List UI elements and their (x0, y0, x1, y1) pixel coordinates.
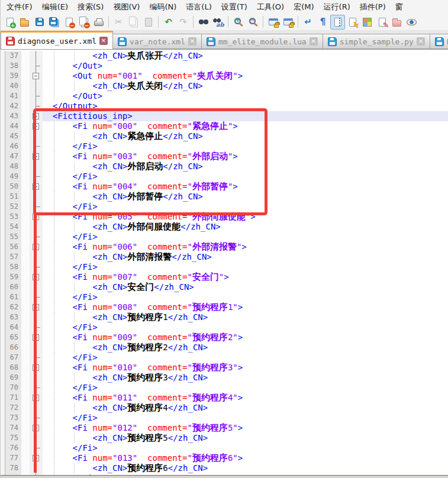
code-text[interactable]: <Fi num="011" comment="预约程序4"> (43, 393, 448, 403)
code-text[interactable]: <zh_CN>预约程序1</zh_CN> (43, 312, 448, 322)
code-text[interactable]: </Fi> (43, 292, 448, 302)
fold-collapse-icon[interactable] (33, 425, 39, 431)
tab-var-note-xml[interactable]: var_note.xml✕ (113, 34, 202, 49)
code-text[interactable]: <Fi num="010" comment="预约程序3"> (43, 363, 448, 373)
code-text[interactable]: </Output> (43, 101, 448, 111)
fold-collapse-icon[interactable] (33, 123, 39, 130)
menu-item-edit[interactable]: 编辑(E) (37, 0, 73, 14)
code-text[interactable]: </Fi> (43, 141, 448, 151)
code-text[interactable]: <Fi num="008" comment="预约程序1"> (43, 302, 448, 312)
tab-mm-elite-module-lua[interactable]: mm_elite_module.lua✕ (202, 34, 323, 49)
code-text[interactable]: </Fi> (43, 262, 448, 272)
code-text[interactable]: </Fi> (43, 353, 448, 363)
zoom-in-icon[interactable]: + (231, 15, 246, 30)
save-all-icon[interactable] (47, 15, 62, 30)
replace-icon[interactable]: ab (211, 15, 225, 30)
menu-item-language[interactable]: 语言(L) (181, 0, 216, 14)
code-text[interactable]: <zh_CN>外部启动</zh_CN> (43, 162, 448, 172)
code-text[interactable]: <zh_CN>预约程序3</zh_CN> (43, 373, 448, 383)
close-icon[interactable]: − (62, 15, 76, 30)
fold-collapse-icon[interactable] (33, 153, 39, 160)
code-text[interactable]: <Fi num="004" comment="外部暂停"> (43, 182, 448, 192)
menu-item-window[interactable]: 窗 (391, 0, 408, 14)
fold-collapse-icon[interactable] (33, 183, 39, 190)
code-text[interactable]: <zh_CN>预约程序6</zh_CN> (43, 463, 448, 473)
fold-collapse-icon[interactable] (33, 364, 39, 371)
sync-vertical-scroll-icon[interactable] (266, 15, 281, 30)
code-text[interactable]: </Fi> (43, 322, 448, 332)
code-text[interactable]: <zh_CN>夹爪张开</zh_CN> (43, 51, 448, 61)
code-text[interactable]: <zh_CN>外部清报警</zh_CN> (43, 252, 448, 262)
code-text[interactable]: <Fi num="006" comment="外部清报警"> (43, 242, 448, 252)
find-icon[interactable] (196, 15, 211, 30)
menu-item-file[interactable]: 文件(F) (2, 0, 37, 14)
redo-icon[interactable]: ↷ (176, 15, 191, 30)
menu-item-view[interactable]: 视图(V) (108, 0, 144, 14)
fold-collapse-icon[interactable] (33, 113, 39, 120)
zoom-out-icon[interactable]: − (246, 15, 260, 30)
close-all-icon[interactable]: − (76, 15, 91, 30)
menu-item-tools[interactable]: 工具(O) (252, 0, 289, 14)
code-text[interactable]: </Out> (43, 61, 448, 71)
undo-icon[interactable]: ↶ (161, 15, 176, 30)
code-text[interactable]: <Fi num="007" comment="安全门"> (43, 272, 448, 282)
new-file-icon[interactable]: + (2, 15, 17, 30)
tab-close-icon[interactable]: ✕ (188, 37, 196, 46)
sync-horizontal-scroll-icon[interactable] (281, 15, 295, 30)
fold-collapse-icon[interactable] (33, 73, 39, 79)
fold-collapse-icon[interactable] (33, 274, 39, 280)
tab-close-icon[interactable]: ✕ (310, 37, 318, 46)
code-text[interactable]: <zh_CN>外部暂停</zh_CN> (43, 192, 448, 202)
code-text[interactable]: <zh_CN>预约程序4</zh_CN> (43, 403, 448, 413)
tab-rob-truncated[interactable]: Rob✕ (430, 34, 448, 49)
folder-as-workspace-icon[interactable] (389, 15, 404, 30)
code-text[interactable]: <Fictitious_inp> (43, 111, 448, 121)
fold-collapse-icon[interactable] (33, 395, 39, 401)
save-icon[interactable] (32, 15, 47, 30)
fold-collapse-icon[interactable] (33, 455, 39, 461)
code-text[interactable]: <zh_CN>预约程序2</zh_CN> (43, 343, 448, 353)
cut-icon[interactable]: ✂ (111, 15, 126, 30)
code-text[interactable]: </Fi> (43, 443, 448, 453)
menu-item-settings[interactable]: 设置(T) (217, 0, 252, 14)
function-list-icon[interactable]: Ϟ (345, 15, 360, 30)
fold-collapse-icon[interactable] (33, 214, 39, 220)
code-text[interactable]: <zh_CN>预约程序5</zh_CN> (43, 433, 448, 443)
code-text[interactable]: </Out> (43, 91, 448, 101)
tab-diagnose-user-xml[interactable]: diagnose_user.xml✕ (1, 31, 113, 50)
word-wrap-icon[interactable]: ↵ (301, 15, 315, 30)
menu-item-plugins[interactable]: 插件(P) (355, 0, 391, 14)
tab-close-icon[interactable]: ✕ (417, 37, 425, 46)
menu-item-run[interactable]: 运行(R) (319, 0, 355, 14)
code-text[interactable]: <zh_CN>紧急停止</zh_CN> (43, 131, 448, 141)
document-map-icon[interactable] (360, 15, 375, 30)
copy-icon[interactable] (126, 15, 141, 30)
code-text[interactable]: <Fi num="005" comment="外部伺服使能"> (43, 212, 448, 222)
code-text[interactable]: </Fi> (43, 413, 448, 423)
code-text[interactable]: <zh_CN>夹爪关闭</zh_CN> (43, 81, 448, 91)
code-text[interactable]: <zh_CN>外部伺服使能</zh_CN> (43, 222, 448, 232)
define-language-icon[interactable]: ✎ (375, 15, 389, 30)
code-text[interactable]: <Fi num="000" comment="紧急停止"> (43, 121, 448, 131)
menu-item-macro[interactable]: 宏(M) (289, 0, 318, 14)
code-text[interactable]: </Fi> (43, 202, 448, 212)
fold-collapse-icon[interactable] (33, 304, 39, 311)
fold-collapse-icon[interactable] (33, 334, 39, 341)
tab-close-icon[interactable]: ✕ (99, 37, 108, 45)
open-file-icon[interactable] (17, 15, 32, 30)
show-all-characters-icon[interactable]: ¶ (315, 15, 330, 30)
menu-item-encoding[interactable]: 编码(N) (144, 0, 181, 14)
monitoring-icon[interactable] (404, 15, 419, 30)
code-text[interactable]: </Fi> (43, 232, 448, 242)
print-icon[interactable] (91, 15, 106, 30)
indent-guide-icon[interactable] (330, 15, 345, 30)
paste-icon[interactable] (141, 15, 156, 30)
code-text[interactable]: <Fi num="013" comment="预约程序6"> (43, 453, 448, 463)
code-text[interactable]: <Fi num="003" comment="外部启动"> (43, 151, 448, 162)
code-editor[interactable]: 37 <zh_CN>夹爪张开</zh_CN>38 </Out>39 <Out n… (1, 50, 448, 475)
code-text[interactable]: </Fi> (43, 383, 448, 393)
tab-simple-sample-py[interactable]: simple_sample.py✕ (323, 34, 430, 49)
code-text[interactable]: <zh_CN>安全门</zh_CN> (43, 282, 448, 292)
fold-collapse-icon[interactable] (33, 244, 39, 250)
code-text[interactable]: </Fi> (43, 172, 448, 182)
